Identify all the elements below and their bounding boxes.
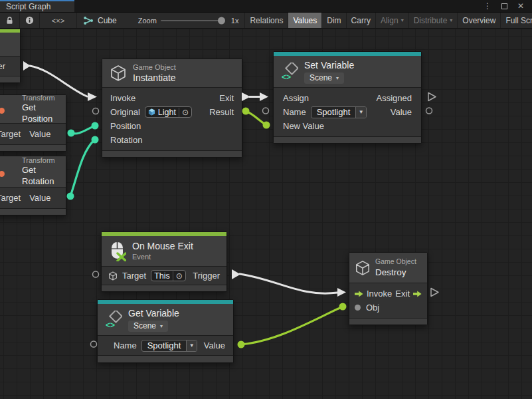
port-instantiate-invoke-in[interactable] (88, 92, 97, 101)
tab-script-graph[interactable]: Script Graph (0, 0, 74, 12)
node-title: Get Rotation (22, 165, 66, 188)
port-get-variable-value-out[interactable] (238, 341, 245, 348)
port-instantiate-position-in[interactable] (92, 122, 99, 130)
port-event-trigger-out[interactable] (23, 61, 31, 70)
variable-scope-dropdown[interactable]: Scene ▾ (304, 72, 344, 84)
info-button[interactable] (20, 13, 40, 28)
object-port-dot-icon[interactable] (355, 305, 361, 311)
port-label-name: Name (114, 340, 137, 350)
dim-button[interactable]: Dim (321, 13, 345, 28)
zoom-slider[interactable] (161, 13, 227, 28)
port-label-target: Target (0, 193, 21, 203)
port-set-variable-assign-in[interactable] (260, 92, 268, 101)
port-label-assign: Assign (283, 93, 309, 103)
distribute-button[interactable]: Distribute▾ (408, 13, 458, 28)
object-picker-icon[interactable]: ⊙ (173, 271, 183, 281)
port-label-assigned: Assigned (377, 93, 412, 103)
node-get-position[interactable]: Transform Get Position Target Value (0, 94, 66, 152)
variable-scope-dropdown[interactable]: Scene ▾ (128, 321, 168, 332)
node-title: Get Variable (128, 307, 179, 319)
node-category: Event (132, 252, 193, 261)
port-get-rotation-value-out[interactable] (67, 193, 74, 200)
values-button[interactable]: Values (288, 13, 321, 28)
port-instantiate-rotation-in[interactable] (92, 136, 99, 144)
flow-arrow-icon[interactable] (355, 291, 363, 297)
relations-button[interactable]: Relations (244, 13, 288, 28)
node-on-mouse-exit[interactable]: On Mouse Exit Event Target This ⊙ Trigge… (101, 231, 227, 292)
port-label-original: Original (110, 107, 140, 117)
wire-get-variable-to-obj[interactable] (241, 307, 341, 344)
port-label-target: Target (122, 271, 146, 281)
variable-name-dropdown[interactable]: Spotlight ▼ (141, 340, 198, 352)
node-set-variable[interactable]: <> Set Variable Scene ▾ Assign Assigned … (273, 51, 422, 144)
zoom-slider-knob[interactable] (218, 17, 225, 24)
port-label-exit: Exit (219, 93, 234, 103)
target-object-field[interactable]: This ⊙ (151, 270, 186, 281)
node-instantiate[interactable]: Game Object Instantiate Invoke Exit Orig… (102, 59, 242, 158)
wire-result-to-new-value[interactable] (246, 111, 266, 125)
node-destroy[interactable]: Game Object Destroy Invoke Exit (349, 252, 428, 325)
carry-button[interactable]: Carry (346, 13, 375, 28)
port-set-variable-name-in[interactable] (263, 108, 269, 114)
mouse-exit-icon (109, 241, 126, 261)
maximize-icon[interactable] (501, 3, 507, 9)
variable-icon: <> (105, 311, 122, 329)
zoom-slider-track[interactable] (161, 20, 224, 21)
port-set-variable-value-out[interactable] (426, 108, 432, 114)
full-screen-button[interactable]: Full Screen (500, 13, 532, 28)
port-label-trigger: Trigger (0, 61, 5, 71)
zoom-label: Zoom (138, 17, 157, 25)
more-icon[interactable]: ⋮ (484, 1, 491, 11)
overview-button[interactable]: Overview (457, 13, 500, 28)
original-value: Light (158, 108, 176, 117)
node-get-rotation[interactable]: Transform Get Rotation Target Value (0, 156, 66, 215)
node-title: Destroy (375, 267, 416, 279)
node-partial-event[interactable]: Trigger (0, 29, 21, 83)
object-picker-icon[interactable]: ⊙ (179, 108, 189, 117)
toolbar: <×> Cube Zoom 1x Relations Values Dim (0, 13, 532, 29)
node-category: Transform (22, 93, 66, 102)
code-view-button[interactable]: <×> (40, 13, 77, 28)
variable-icon: <> (281, 63, 298, 81)
port-set-variable-assigned-out[interactable] (428, 93, 436, 101)
port-destroy-exit-out[interactable] (431, 289, 438, 297)
node-title: Instantiate (133, 72, 176, 84)
wire-get-position-to-position[interactable] (71, 126, 94, 134)
chevron-down-icon[interactable]: ▼ (186, 340, 197, 351)
connections-overlay (0, 29, 532, 399)
titlebar: Script Graph ⋮ ✕ (0, 0, 532, 13)
chevron-down-icon: ▾ (450, 18, 452, 23)
port-set-variable-new-value-in[interactable] (263, 122, 270, 129)
close-icon[interactable]: ✕ (517, 1, 524, 11)
graph-breadcrumb[interactable]: Cube (77, 13, 123, 28)
port-instantiate-original-in[interactable] (93, 108, 99, 114)
svg-text:<>: <> (106, 321, 115, 329)
wire-trigger-to-destroy-invoke[interactable] (240, 274, 337, 293)
port-label-position: Position (110, 121, 141, 131)
lock-button[interactable] (0, 13, 20, 28)
info-icon (25, 16, 34, 25)
chevron-down-icon: ▾ (160, 324, 163, 329)
variable-name-dropdown[interactable]: Spotlight ▼ (311, 106, 367, 118)
node-get-variable[interactable]: <> Get Variable Scene ▾ Name Spotlight ▼ (97, 299, 234, 363)
chevron-down-icon: ▾ (336, 76, 339, 81)
port-get-position-value-out[interactable] (68, 130, 75, 137)
chevron-down-icon[interactable]: ▼ (355, 107, 366, 118)
port-destroy-obj-in[interactable] (339, 303, 347, 311)
game-object-cube-icon (108, 271, 118, 281)
port-destroy-invoke-in[interactable] (337, 288, 346, 297)
port-on-mouse-exit-target-in[interactable] (93, 271, 99, 277)
flow-arrow-icon[interactable] (413, 291, 422, 297)
port-on-mouse-exit-trigger-out[interactable] (232, 269, 240, 279)
port-get-variable-name-in[interactable] (91, 341, 97, 347)
graph-icon (83, 16, 94, 25)
align-button[interactable]: Align▾ (375, 13, 408, 28)
wire-get-rotation-to-rotation[interactable] (70, 140, 94, 197)
port-instantiate-result-out[interactable] (242, 108, 250, 115)
port-label-value: Value (29, 193, 50, 203)
port-instantiate-exit-out[interactable] (242, 92, 250, 101)
port-label-result: Result (209, 107, 234, 117)
original-object-field[interactable]: Light ⊙ (145, 106, 192, 118)
graph-name: Cube (98, 16, 117, 25)
graph-canvas[interactable]: Trigger Transform Get Position Target Va… (0, 29, 532, 399)
